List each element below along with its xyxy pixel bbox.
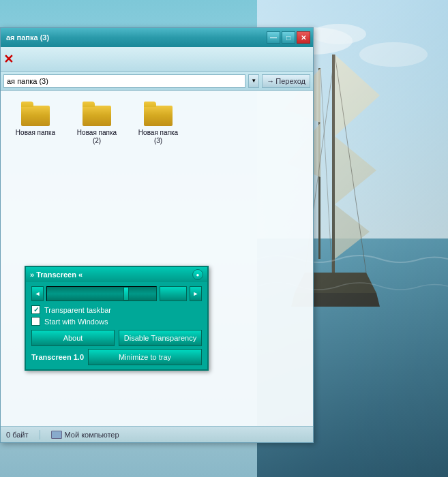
explorer-toolbar: ✕ [1, 47, 313, 72]
go-button[interactable]: → Переход [262, 74, 310, 88]
svg-point-4 [359, 42, 428, 67]
go-arrow-icon: → [267, 77, 274, 85]
slider-thumb[interactable] [123, 287, 129, 301]
status-computer: Мой компьютер [51, 431, 119, 439]
minimize-to-tray-button[interactable]: Minimize to tray [88, 349, 202, 365]
transcreen-body: ◄ ► ✓ Transparent taskbar Start with Win… [26, 282, 207, 369]
startup-row: Start with Windows [31, 317, 202, 326]
folder-icon-2 [83, 102, 111, 126]
back-close-button[interactable]: ✕ [3, 52, 14, 67]
disable-transparency-button[interactable]: Disable Transparency [119, 330, 202, 346]
folder-label-1: Новая папка [16, 129, 55, 137]
folder-label-3: Новая папка(3) [138, 129, 178, 145]
transcreen-widget: » Transcreen « ● ◄ ► ✓ Transparent taskb… [25, 266, 209, 371]
slider-left-arrow[interactable]: ◄ [31, 286, 44, 301]
explorer-content: Новая папка Новая папка(2) Новая папка(3… [1, 91, 313, 426]
address-dropdown-button[interactable]: ▼ [248, 74, 259, 88]
status-separator [40, 430, 40, 440]
transparent-taskbar-checkbox[interactable]: ✓ [31, 305, 40, 314]
folder-item-1[interactable]: Новая папка [12, 102, 59, 137]
about-button[interactable]: About [31, 330, 115, 346]
svg-rect-5 [332, 55, 335, 273]
address-bar: ▼ → Переход [1, 72, 313, 91]
svg-point-3 [312, 24, 366, 44]
slider-row: ◄ ► [31, 286, 202, 301]
folder-label-2: Новая папка(2) [77, 129, 117, 145]
checkbox-check-icon: ✓ [33, 306, 39, 313]
transparent-taskbar-row: ✓ Transparent taskbar [31, 305, 202, 314]
slider-value-display [160, 286, 187, 301]
explorer-statusbar: 0 байт Мой компьютер [1, 426, 313, 442]
slider-right-arrow[interactable]: ► [190, 286, 202, 301]
startup-label: Start with Windows [44, 318, 108, 326]
go-button-label: Переход [275, 77, 305, 85]
folder-item-2[interactable]: Новая папка(2) [73, 102, 121, 145]
maximize-button[interactable]: □ [282, 31, 295, 44]
explorer-window: ая папка (3) — □ ✕ ✕ ▼ → Переход Новая п… [0, 27, 314, 443]
minimize-button[interactable]: — [267, 31, 280, 44]
main-buttons-row: About Disable Transparency [31, 330, 202, 346]
transparent-taskbar-label: Transparent taskbar [44, 306, 111, 314]
computer-icon [51, 431, 62, 439]
transcreen-title: » Transcreen « [30, 271, 83, 279]
address-input[interactable] [3, 74, 245, 88]
status-size: 0 байт [6, 431, 29, 439]
computer-label: Мой компьютер [65, 431, 119, 439]
titlebar-buttons: — □ ✕ [267, 31, 310, 44]
close-button[interactable]: ✕ [297, 31, 310, 44]
folder-icon-1 [21, 102, 50, 126]
explorer-title: ая папка (3) [3, 33, 49, 42]
explorer-titlebar: ая папка (3) — □ ✕ [1, 28, 313, 47]
slider-track[interactable] [46, 286, 157, 301]
transcreen-pin-button[interactable]: ● [192, 269, 203, 280]
bottom-row: Transcreen 1.0 Minimize to tray [31, 349, 202, 365]
startup-checkbox[interactable] [31, 317, 40, 326]
folder-item-3[interactable]: Новая папка(3) [134, 102, 182, 145]
transcreen-titlebar: » Transcreen « ● [26, 267, 207, 282]
version-label: Transcreen 1.0 [31, 353, 84, 361]
folder-icon-3 [144, 102, 173, 126]
